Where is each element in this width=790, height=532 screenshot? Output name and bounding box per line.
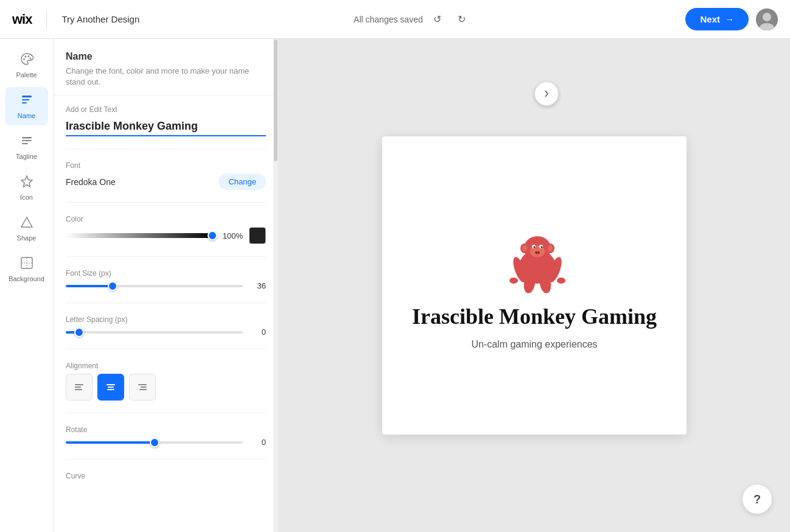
sidebar-item-icon[interactable]: Icon [5,169,48,207]
svg-point-46 [538,252,539,253]
svg-rect-23 [107,389,114,390]
color-percentage: 100% [220,231,243,240]
panel-scrollbar[interactable] [273,39,278,532]
sidebar-item-shape[interactable]: Shape [5,209,48,248]
edit-panel: Name Change the font, color and more to … [54,39,279,532]
logo-card: Irascible Monkey Gaming Un-calm gaming e… [382,136,687,435]
icon-label: Icon [20,194,33,201]
redo-button[interactable]: ↻ [452,10,472,29]
all-changes-saved: All changes saved [354,15,423,24]
letter-spacing-row: 0 [66,327,266,337]
color-slider-thumb[interactable] [208,231,217,240]
svg-point-1 [763,13,771,21]
panel-content: Add or Edit Text Font Fredoka One Change… [54,96,278,532]
sidebar-item-name[interactable]: Name [5,87,48,125]
panel-title: Name [66,51,266,62]
font-row: Fredoka One Change [66,173,266,190]
next-label: Next [700,14,720,24]
shape-icon [20,215,33,232]
svg-point-43 [557,278,565,284]
user-avatar[interactable] [756,9,778,30]
background-label: Background [9,275,44,282]
sidebar-item-palette[interactable]: Palette [5,46,48,85]
logo-monkey-icon [492,221,577,294]
color-swatch[interactable] [249,227,266,244]
svg-rect-7 [22,96,32,97]
font-size-slider[interactable] [66,285,243,287]
rotate-section: Rotate 0 [66,425,266,460]
font-size-label: Font Size (px) [66,269,266,278]
svg-rect-9 [22,102,27,103]
svg-point-32 [534,247,536,248]
curve-section: Curve [66,472,266,496]
next-design-button[interactable] [534,82,559,106]
svg-rect-8 [22,99,29,100]
sidebar-item-background[interactable]: Background [5,250,48,289]
main-layout: Palette Name Tagline [0,39,790,532]
change-font-button[interactable]: Change [218,173,266,190]
svg-point-6 [29,58,31,60]
try-another-design-label: Try Another Design [61,14,139,24]
svg-marker-13 [21,176,32,187]
letter-spacing-slider[interactable] [66,331,243,334]
next-button[interactable]: Next → [685,8,749,30]
tagline-label: Tagline [16,153,37,160]
align-right-icon [137,382,148,393]
rotate-row: 0 [66,438,266,447]
svg-marker-14 [21,217,32,227]
alignment-label: Alignment [66,362,266,370]
text-section: Add or Edit Text [66,105,266,149]
shape-label: Shape [17,234,37,242]
canvas-area: Irascible Monkey Gaming Un-calm gaming e… [279,39,790,532]
sidebar-item-tagline[interactable]: Tagline [5,128,48,166]
icon-sidebar: Palette Name Tagline [0,39,54,532]
font-section: Font Fredoka One Change [66,161,266,203]
svg-rect-18 [75,384,83,385]
font-size-section: Font Size (px) 36 [66,269,266,303]
next-arrow-icon: → [725,14,734,24]
letter-spacing-section: Letter Spacing (px) 0 [66,315,266,349]
name-icon [20,93,33,110]
add-edit-text-label: Add or Edit Text [66,105,266,114]
background-icon [20,256,33,273]
align-center-button[interactable] [97,374,124,401]
svg-rect-20 [75,389,82,390]
align-center-icon [105,382,116,393]
rotate-slider[interactable] [66,441,243,444]
tagline-icon [20,134,33,150]
panel-subtitle: Change the font, color and more to make … [66,66,266,88]
logo-subtitle: Un-calm gaming experiences [471,339,597,350]
svg-rect-19 [75,387,81,388]
logo-area: wix Try Another Design [12,10,139,29]
letter-spacing-value: 0 [249,327,266,337]
svg-rect-24 [138,384,147,385]
undo-button[interactable]: ↺ [428,10,447,29]
font-size-row: 36 [66,281,266,290]
align-left-button[interactable] [66,374,93,401]
color-row: 100% [66,227,266,244]
align-right-button[interactable] [129,374,156,401]
icon-icon [20,175,33,191]
svg-rect-22 [108,387,114,388]
header: wix Try Another Design All changes saved… [0,0,790,39]
logo-text-input[interactable] [66,117,266,136]
alignment-row [66,374,266,401]
svg-point-45 [536,252,537,253]
scrollbar-thumb[interactable] [274,40,278,161]
help-button[interactable]: ? [743,485,772,514]
svg-point-42 [509,278,518,284]
svg-point-4 [24,56,26,58]
svg-point-35 [522,245,527,251]
svg-rect-12 [22,143,28,144]
avatar-image [756,9,778,30]
curve-label: Curve [66,472,266,480]
palette-icon [20,52,33,69]
color-slider-track[interactable] [66,233,214,238]
svg-rect-11 [22,140,32,141]
palette-label: Palette [16,71,37,79]
svg-point-33 [541,247,543,248]
chevron-right-icon [543,90,550,97]
rotate-label: Rotate [66,425,266,434]
logo-title: Irascible Monkey Gaming [412,304,657,329]
header-divider [46,10,47,29]
